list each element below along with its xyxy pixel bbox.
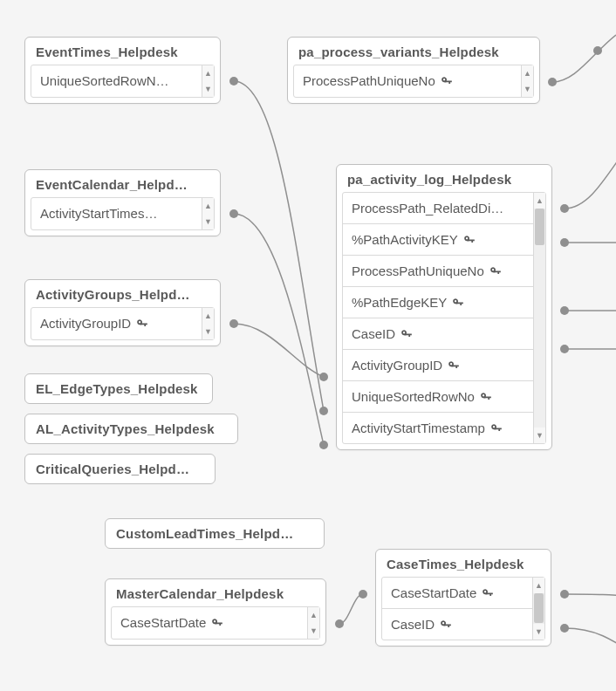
model-canvas[interactable]: EventTimes_Helpdesk UniqueSortedRowN… ▲ … bbox=[0, 0, 616, 691]
table-critical-queries[interactable]: CriticalQueries_Helpd… bbox=[24, 454, 216, 484]
field-label: CaseID bbox=[352, 326, 395, 341]
field-label: UniqueSortedRowNo bbox=[352, 389, 475, 404]
field-label: ActivityStartTimestamp bbox=[352, 421, 485, 435]
field-label: CaseStartDate bbox=[120, 615, 206, 630]
field-scrollbar[interactable]: ▲ ▼ bbox=[202, 308, 214, 339]
field-label: UniqueSortedRowN… bbox=[40, 73, 169, 88]
key-icon bbox=[211, 617, 223, 629]
svg-point-15 bbox=[560, 624, 569, 633]
table-field[interactable]: ProcessPathUniqueNo bbox=[343, 256, 533, 287]
table-field[interactable]: ProcessPathUniqueNo bbox=[294, 65, 521, 96]
table-field[interactable]: %PathActivityKEY bbox=[343, 224, 533, 256]
svg-point-1 bbox=[548, 78, 557, 86]
scroll-up-icon[interactable]: ▲ bbox=[202, 65, 214, 81]
table-field[interactable]: %PathEdgeKEY bbox=[343, 287, 533, 318]
table-case-times[interactable]: CaseTimes_Helpdesk CaseStartDateCaseID ▲… bbox=[375, 549, 551, 647]
field-label: %PathActivityKEY bbox=[352, 232, 458, 247]
field-list: ActivityGroupID ▲ ▼ bbox=[31, 307, 215, 340]
table-title: ActivityGroups_Helpd… bbox=[25, 280, 220, 307]
svg-point-9 bbox=[560, 306, 569, 315]
scroll-up-icon[interactable]: ▲ bbox=[202, 308, 214, 324]
table-field[interactable]: ProcessPath_RelatedDi… bbox=[343, 193, 533, 224]
table-activity-types[interactable]: AL_ActivityTypes_Helpdesk bbox=[24, 414, 238, 444]
table-field[interactable]: ActivityGroupID bbox=[31, 308, 202, 339]
svg-point-10 bbox=[560, 345, 569, 353]
table-field[interactable]: CaseStartDate bbox=[382, 578, 532, 609]
key-icon bbox=[482, 587, 494, 599]
table-event-times[interactable]: EventTimes_Helpdesk UniqueSortedRowN… ▲ … bbox=[24, 37, 221, 104]
field-scrollbar[interactable]: ▲ ▼ bbox=[532, 578, 544, 640]
svg-point-3 bbox=[229, 319, 238, 328]
field-scrollbar[interactable]: ▲ ▼ bbox=[307, 607, 319, 639]
svg-point-14 bbox=[560, 590, 569, 599]
scroll-up-icon[interactable]: ▲ bbox=[522, 65, 533, 81]
field-label: %PathEdgeKEY bbox=[352, 295, 447, 310]
svg-point-12 bbox=[335, 619, 344, 628]
field-label: CaseStartDate bbox=[391, 585, 476, 600]
table-title: EventCalendar_Helpd… bbox=[25, 170, 220, 197]
field-scrollbar[interactable]: ▲ ▼ bbox=[533, 193, 545, 443]
table-custom-lead-times[interactable]: CustomLeadTimes_Helpd… bbox=[105, 518, 325, 549]
svg-point-4 bbox=[319, 407, 328, 415]
key-icon bbox=[400, 328, 413, 340]
svg-point-0 bbox=[229, 77, 238, 86]
field-label: ProcessPath_RelatedDi… bbox=[352, 201, 503, 216]
table-title: EventTimes_Helpdesk bbox=[25, 38, 220, 65]
key-icon bbox=[136, 318, 148, 330]
scroll-down-icon[interactable]: ▼ bbox=[534, 428, 545, 443]
table-field[interactable]: UniqueSortedRowN… bbox=[31, 65, 202, 96]
table-field[interactable]: UniqueSortedRowNo bbox=[343, 381, 533, 413]
key-icon bbox=[441, 75, 453, 87]
scroll-up-icon[interactable]: ▲ bbox=[533, 578, 544, 593]
table-activity-groups[interactable]: ActivityGroups_Helpd… ActivityGroupID ▲ … bbox=[24, 279, 221, 346]
svg-point-13 bbox=[359, 590, 367, 599]
table-activity-log[interactable]: pa_activity_log_Helpdesk ProcessPath_Rel… bbox=[336, 164, 552, 450]
field-list: ProcessPathUniqueNo ▲ ▼ bbox=[293, 65, 534, 98]
field-list: ActivityStartTimes… ▲ ▼ bbox=[31, 197, 215, 230]
key-icon bbox=[448, 359, 460, 372]
scroll-down-icon[interactable]: ▼ bbox=[202, 214, 214, 229]
field-label: ProcessPathUniqueNo bbox=[303, 73, 435, 88]
scroll-down-icon[interactable]: ▼ bbox=[522, 81, 533, 97]
key-icon bbox=[440, 619, 452, 631]
table-process-variants[interactable]: pa_process_variants_Helpdesk ProcessPath… bbox=[287, 37, 540, 104]
field-list: CaseStartDateCaseID ▲ ▼ bbox=[381, 577, 545, 640]
key-icon bbox=[463, 234, 476, 246]
scroll-down-icon[interactable]: ▼ bbox=[533, 624, 544, 640]
table-field[interactable]: ActivityStartTimestamp bbox=[343, 413, 533, 443]
field-list: CaseStartDate ▲ ▼ bbox=[111, 606, 320, 640]
key-icon bbox=[452, 297, 464, 309]
table-field[interactable]: CaseStartDate bbox=[112, 607, 307, 638]
key-icon bbox=[489, 265, 502, 277]
table-field[interactable]: CaseID bbox=[382, 609, 532, 640]
field-label: ActivityGroupID bbox=[40, 316, 131, 331]
table-master-calendar[interactable]: MasterCalendar_Helpdesk CaseStartDate ▲ … bbox=[105, 578, 326, 646]
scroll-down-icon[interactable]: ▼ bbox=[308, 623, 319, 639]
scroll-up-icon[interactable]: ▲ bbox=[534, 193, 545, 209]
table-event-calendar[interactable]: EventCalendar_Helpd… ActivityStartTimes…… bbox=[24, 169, 221, 236]
field-list: UniqueSortedRowN… ▲ ▼ bbox=[31, 65, 215, 98]
svg-point-6 bbox=[319, 373, 328, 381]
table-title: pa_process_variants_Helpdesk bbox=[288, 38, 539, 65]
field-list: ProcessPath_RelatedDi…%PathActivityKEYPr… bbox=[342, 192, 546, 444]
table-field[interactable]: CaseID bbox=[343, 318, 533, 350]
table-field[interactable]: ActivityGroupID bbox=[343, 350, 533, 381]
field-label: ProcessPathUniqueNo bbox=[352, 263, 484, 278]
field-scrollbar[interactable]: ▲ ▼ bbox=[202, 198, 214, 229]
scroll-down-icon[interactable]: ▼ bbox=[202, 324, 214, 339]
table-title: MasterCalendar_Helpdesk bbox=[106, 579, 325, 606]
scroll-up-icon[interactable]: ▲ bbox=[202, 198, 214, 214]
key-icon bbox=[480, 391, 492, 403]
table-edge-types[interactable]: EL_EdgeTypes_Helpdesk bbox=[24, 373, 213, 404]
svg-point-11 bbox=[593, 46, 602, 55]
svg-point-8 bbox=[560, 238, 569, 247]
field-scrollbar[interactable]: ▲ ▼ bbox=[521, 65, 533, 97]
field-scrollbar[interactable]: ▲ ▼ bbox=[202, 65, 214, 97]
scroll-up-icon[interactable]: ▲ bbox=[308, 607, 319, 623]
svg-point-2 bbox=[229, 209, 238, 218]
key-icon bbox=[490, 422, 503, 434]
scroll-down-icon[interactable]: ▼ bbox=[202, 81, 214, 97]
table-field[interactable]: ActivityStartTimes… bbox=[31, 198, 202, 229]
table-title: CaseTimes_Helpdesk bbox=[376, 550, 551, 577]
table-title: pa_activity_log_Helpdesk bbox=[337, 165, 551, 192]
